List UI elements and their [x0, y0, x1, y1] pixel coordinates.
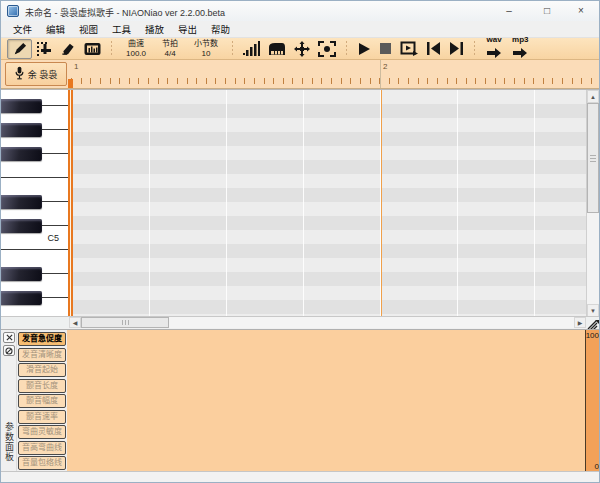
c5-key-label: C5: [39, 228, 59, 248]
horizontal-scroll-thumb[interactable]: [81, 317, 169, 328]
vertical-scrollbar[interactable]: ▲ ▼: [586, 90, 599, 317]
menu-tools[interactable]: 工具: [105, 20, 138, 38]
measure-number-1: 1: [74, 62, 78, 71]
minimize-button[interactable]: –: [497, 4, 521, 18]
scale-max-label: 100: [586, 331, 599, 340]
loop-play-button[interactable]: [396, 39, 422, 59]
export-mp3-button[interactable]: mp3: [507, 36, 533, 62]
menu-edit[interactable]: 编辑: [39, 20, 72, 38]
thumb-grip: [122, 320, 129, 325]
piano-keyboard[interactable]: C5: [1, 90, 68, 317]
mp3-label: mp3: [512, 36, 528, 44]
param-button-vibrato-depth[interactable]: 颤音幅度: [18, 394, 66, 408]
panel-close-button[interactable]: [3, 332, 15, 343]
stop-icon: [379, 42, 392, 55]
go-to-end-button[interactable]: [445, 39, 468, 59]
pencil-tool-button[interactable]: [7, 39, 32, 59]
param-button-pitch-curve[interactable]: 音高弯曲线: [18, 441, 66, 455]
export-arrow-icon: [512, 44, 528, 62]
tempo-control[interactable]: 曲速 100.0: [118, 39, 154, 59]
singer-track-button[interactable]: 余 袅袅: [5, 62, 67, 86]
param-button-vibrato-length[interactable]: 颤音长度: [18, 379, 66, 393]
editor-area: C5 ▲ ▼: [1, 89, 599, 316]
export-arrow-icon: [486, 44, 502, 62]
bar-chart-icon: [243, 41, 260, 56]
param-button-volume-envelope[interactable]: 音量包络线: [18, 456, 66, 470]
close-button[interactable]: ×: [569, 4, 593, 18]
scroll-left-button[interactable]: ◀: [69, 317, 81, 328]
toolbar-separator: [230, 41, 235, 57]
thumb-grip: [590, 155, 596, 162]
maximize-button[interactable]: □: [535, 4, 559, 18]
playhead-marker[interactable]: [68, 79, 73, 88]
parameter-canvas[interactable]: [67, 330, 585, 472]
selection-brackets-icon: [318, 41, 336, 57]
tempo-label: 曲速: [128, 39, 144, 49]
move-icon: [294, 41, 310, 57]
beat-value: 4/4: [164, 49, 175, 59]
measure-line: [381, 90, 382, 317]
measure-count-value: 10: [202, 49, 211, 59]
go-to-start-button[interactable]: [422, 39, 445, 59]
parameter-button-column: 发音急促度 发音清晰度 滑音起始 颤音长度 颤音幅度 颤音速率 弯曲灵敏度 音高…: [17, 330, 67, 472]
ruler-ticks: [71, 78, 599, 84]
export-wav-button[interactable]: wav: [481, 36, 507, 62]
pencil-icon: [12, 41, 27, 56]
window-title: 未命名 - 袅袅虚拟歌手 - NIAONiao ver 2.2.00.beta: [25, 6, 225, 19]
piano-black-key[interactable]: [1, 147, 42, 161]
scale-min-label: 0: [595, 462, 599, 471]
note-add-tool-button[interactable]: [32, 39, 56, 59]
scroll-up-button[interactable]: ▲: [587, 90, 599, 103]
title-bar: 未命名 - 袅袅虚拟歌手 - NIAONiao ver 2.2.00.beta …: [1, 1, 599, 21]
skip-to-start-icon: [426, 42, 441, 55]
toolbar: 曲速 100.0 节拍 4/4 小节数 10: [1, 38, 599, 60]
select-region-button[interactable]: [314, 39, 340, 59]
wav-label: wav: [486, 36, 501, 44]
panel-side-tab[interactable]: 参数面板: [3, 422, 15, 470]
beat-control[interactable]: 节拍 4/4: [154, 39, 186, 59]
menu-export[interactable]: 导出: [171, 20, 204, 38]
panel-side-strip: 参数面板: [1, 330, 17, 472]
piano-icon: [268, 42, 286, 56]
move-tool-button[interactable]: [290, 39, 314, 59]
piano-black-key[interactable]: [1, 267, 42, 281]
measure-count-label: 小节数: [194, 39, 218, 49]
panel-toggle-button[interactable]: [3, 345, 15, 356]
param-button-attack[interactable]: 发音急促度: [18, 332, 66, 346]
piano-black-key[interactable]: [1, 123, 42, 137]
piano-black-key[interactable]: [1, 99, 42, 113]
resize-grip[interactable]: [586, 317, 599, 328]
piano-black-key[interactable]: [1, 291, 42, 305]
timeline-ruler[interactable]: 余 袅袅 1 2: [1, 60, 599, 89]
status-bar: [1, 471, 599, 483]
menu-view[interactable]: 视图: [72, 20, 105, 38]
note-grid[interactable]: [73, 90, 588, 317]
menu-play[interactable]: 播放: [138, 20, 171, 38]
volume-bars-button[interactable]: [239, 39, 264, 59]
measure-count-control[interactable]: 小节数 10: [186, 39, 226, 59]
singer-name: 余 袅袅: [28, 68, 58, 81]
param-button-vibrato-rate[interactable]: 颤音速率: [18, 410, 66, 424]
toolbar-separator: [344, 41, 349, 57]
horizontal-scrollbar-row: ◀ ▶: [1, 316, 599, 328]
stop-button[interactable]: [375, 39, 396, 59]
param-button-portamento[interactable]: 滑音起始: [18, 363, 66, 377]
menu-help[interactable]: 帮助: [204, 20, 237, 38]
crosshair-plus-icon: [36, 41, 52, 57]
param-button-clarity[interactable]: 发音清晰度: [18, 348, 66, 362]
scroll-right-button[interactable]: ▶: [574, 317, 586, 328]
waveform-view-button[interactable]: [80, 39, 105, 59]
app-window: 未命名 - 袅袅虚拟歌手 - NIAONiao ver 2.2.00.beta …: [0, 0, 600, 483]
value-scale-strip: 100 0: [586, 330, 600, 472]
param-button-bend-sensitivity[interactable]: 弯曲灵敏度: [18, 425, 66, 439]
eraser-tool-button[interactable]: [56, 39, 80, 59]
measure-number-2: 2: [383, 62, 387, 71]
app-icon: [7, 5, 19, 17]
menu-file[interactable]: 文件: [6, 20, 39, 38]
microphone-icon: [15, 65, 24, 83]
vertical-scroll-thumb[interactable]: [587, 103, 599, 213]
piano-panel-button[interactable]: [264, 39, 290, 59]
play-button[interactable]: [353, 39, 375, 59]
piano-black-key[interactable]: [1, 195, 42, 209]
piano-black-key[interactable]: [1, 219, 42, 233]
